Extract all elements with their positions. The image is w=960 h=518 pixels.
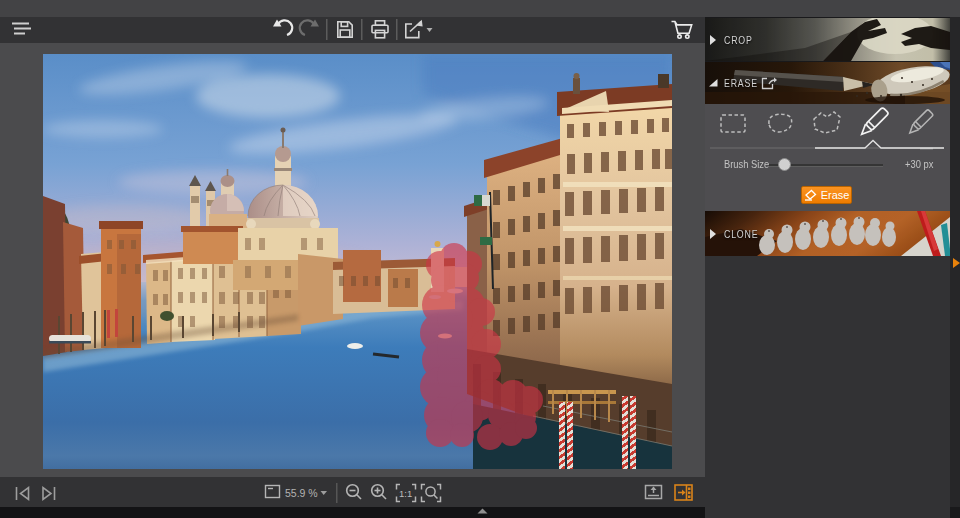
svg-text:1:1: 1:1 [399, 488, 412, 499]
svg-text:55.9 %: 55.9 % [285, 487, 318, 499]
